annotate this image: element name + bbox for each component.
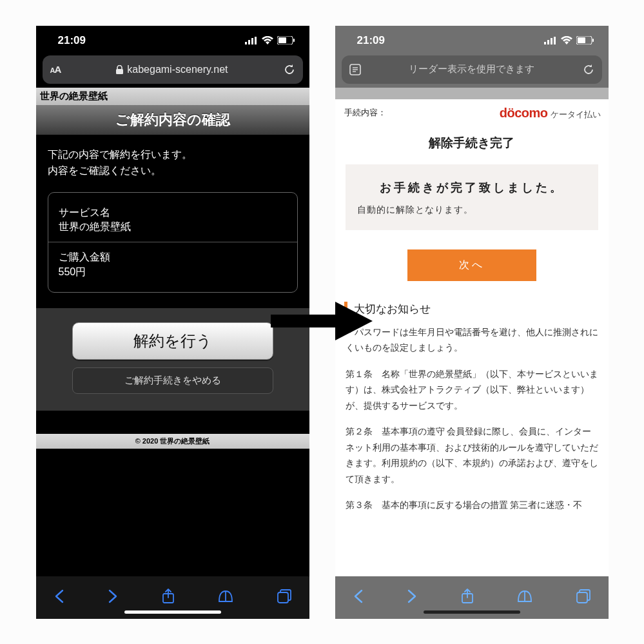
time-label: 21:09 <box>58 34 86 47</box>
svg-rect-0 <box>245 42 247 44</box>
info-box: サービス名 世界の絶景壁紙 ご購入金額 550円 <box>48 192 298 293</box>
status-icons <box>544 36 594 44</box>
reload-icon[interactable] <box>583 64 594 75</box>
notice-p4: 第３条 基本的事項に反する場合の措置 第三者に迷惑・不 <box>346 497 598 513</box>
tabs-icon[interactable] <box>277 589 291 603</box>
battery-icon <box>277 36 295 44</box>
share-icon[interactable] <box>162 589 175 604</box>
svg-rect-9 <box>278 592 288 603</box>
confirm-text-2: 内容をご確認ください。 <box>48 162 298 179</box>
home-indicator[interactable] <box>124 610 221 614</box>
svg-rect-6 <box>293 39 295 42</box>
svg-rect-3 <box>255 37 257 44</box>
status-bar: 21:09 <box>335 26 609 55</box>
completion-sub: 自動的に解除となります。 <box>357 204 587 216</box>
back-icon[interactable] <box>54 589 64 603</box>
svg-rect-17 <box>592 39 594 42</box>
docomo-sub: ケータイ払い <box>551 109 601 121</box>
text-size-icon[interactable]: AA <box>50 64 61 75</box>
lock-icon <box>116 65 123 74</box>
meta-label: 手続内容： <box>344 107 386 119</box>
reader-hint: リーダー表示を使用できます <box>409 63 534 75</box>
action-area: 解約を行う ご解約手続きをやめる <box>36 308 309 411</box>
url-bar[interactable]: リーダー表示を使用できます <box>342 55 602 84</box>
completion-box: お手続きが完了致しました。 自動的に解除となります。 <box>346 164 598 230</box>
service-name: 世界の絶景壁紙 <box>59 220 287 234</box>
arrow-icon <box>271 298 374 346</box>
status-icons <box>245 36 295 44</box>
svg-rect-23 <box>577 592 587 603</box>
status-bar: 21:09 <box>36 26 309 55</box>
copyright: © 2020 世界の絶景壁紙 <box>36 433 309 450</box>
next-button[interactable]: 次へ <box>407 249 536 281</box>
phone-right: 21:09 リーダー表示を使用できます 手続内容： döcomo ケータイ払い … <box>335 26 609 619</box>
price-label: ご購入金額 <box>59 250 287 264</box>
notice-body: ・パスワードは生年月日や電話番号を避け、他人に推測されにくいものを設定しましょう… <box>335 324 609 523</box>
svg-rect-1 <box>248 40 250 44</box>
wifi-icon <box>561 36 572 44</box>
docomo-brand: döcomo <box>500 106 548 121</box>
url-bar[interactable]: AA kabegami-scenery.net <box>43 55 303 84</box>
svg-rect-2 <box>251 38 253 44</box>
forward-icon[interactable] <box>407 589 417 603</box>
svg-rect-11 <box>544 42 546 44</box>
completion-title: お手続きが完了致しました。 <box>357 180 587 195</box>
forward-icon[interactable] <box>108 589 118 603</box>
tabs-icon[interactable] <box>576 589 590 603</box>
confirm-text-1: 下記の内容で解約を行います。 <box>48 146 298 163</box>
cancel-confirm-button[interactable]: 解約を行う <box>72 322 273 360</box>
home-indicator[interactable] <box>424 610 520 614</box>
battery-icon <box>576 36 594 44</box>
completion-header: 解除手続き完了 <box>335 124 609 164</box>
time-label: 21:09 <box>357 34 385 47</box>
back-icon[interactable] <box>353 589 364 603</box>
svg-rect-12 <box>547 40 549 44</box>
phone-left: 21:09 AA kabegami-scenery.net 世界の絶景壁紙 ご解… <box>36 26 309 619</box>
cellular-icon <box>245 37 258 44</box>
price-value: 550円 <box>59 265 287 279</box>
wifi-icon <box>262 36 273 44</box>
page-content: 手続内容： döcomo ケータイ払い 解除手続き完了 お手続きが完了致しました… <box>335 88 609 576</box>
url-text: kabegami-scenery.net <box>127 64 228 75</box>
svg-rect-14 <box>554 37 556 44</box>
svg-rect-7 <box>116 69 123 74</box>
notice-p2: 第１条 名称「世界の絶景壁紙」（以下、本サービスといいます）は、株式会社アトラク… <box>346 366 598 414</box>
page-header: ご解約内容の確認 <box>36 105 309 135</box>
service-label: サービス名 <box>59 206 287 220</box>
svg-rect-5 <box>278 37 286 43</box>
svg-rect-16 <box>578 37 585 43</box>
notice-p3: 第２条 基本事項の遵守 会員登録に際し、会員に、インターネット利用の基本事項、お… <box>346 424 598 487</box>
page-content: 世界の絶景壁紙 ご解約内容の確認 下記の内容で解約を行います。 内容をご確認くだ… <box>36 88 309 576</box>
reload-icon[interactable] <box>284 64 295 75</box>
svg-rect-13 <box>551 38 552 44</box>
bookmarks-icon[interactable] <box>517 590 532 603</box>
reader-icon[interactable] <box>349 64 361 75</box>
share-icon[interactable] <box>461 589 474 604</box>
cellular-icon <box>544 37 557 44</box>
site-title-bar: 世界の絶景壁紙 <box>36 88 309 105</box>
abort-cancel-button[interactable]: ご解約手続きをやめる <box>72 367 273 394</box>
notice-p1: ・パスワードは生年月日や電話番号を避け、他人に推測されにくいものを設定しましょう… <box>346 324 598 356</box>
bookmarks-icon[interactable] <box>218 590 233 603</box>
notice-heading: 大切なお知らせ <box>335 298 609 324</box>
